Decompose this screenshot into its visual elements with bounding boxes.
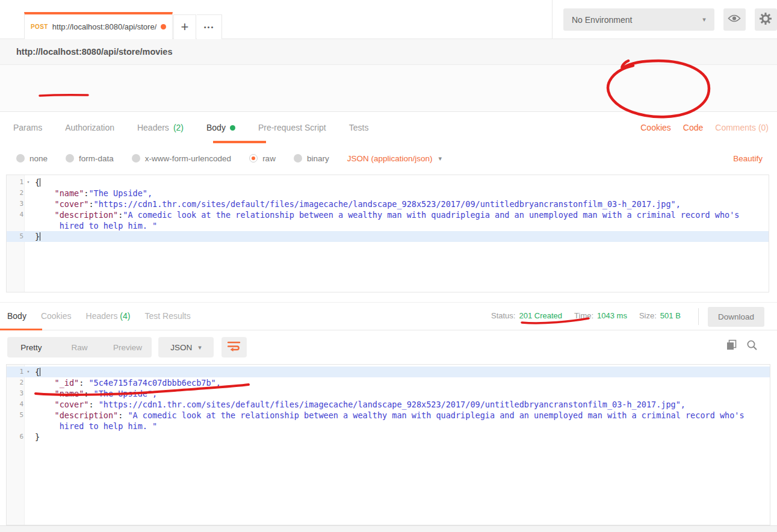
chevron-down-icon: ▾ bbox=[702, 16, 706, 23]
new-tab-button[interactable]: + bbox=[173, 14, 196, 39]
response-tabs: Body Cookies Headers (4) Test Results bbox=[7, 303, 191, 329]
view-pretty[interactable]: Pretty bbox=[7, 343, 55, 352]
gear-icon bbox=[759, 12, 772, 28]
chevron-down-icon: ▾ bbox=[198, 344, 202, 351]
comments-link[interactable]: Comments (0) bbox=[715, 123, 769, 132]
tab-headers-label: Headers bbox=[137, 123, 169, 132]
download-button[interactable]: Download bbox=[708, 307, 764, 327]
tab-tests[interactable]: Tests bbox=[349, 123, 369, 132]
headers-count-badge: (2) bbox=[173, 123, 184, 132]
code-line-4: 4 "description":"A comedic look at the r… bbox=[7, 209, 769, 220]
response-meta-row: Body Cookies Headers (4) Test Results St… bbox=[0, 302, 777, 330]
environment-panel: No Environment ▾ bbox=[552, 0, 777, 39]
time-value: 1043 ms bbox=[597, 311, 627, 320]
request-links: Cookies Code Comments (0) bbox=[640, 112, 769, 143]
mode-raw-label: raw bbox=[262, 154, 276, 163]
radio-raw-icon[interactable] bbox=[249, 154, 258, 162]
response-view-switch: Pretty Raw Preview bbox=[7, 337, 152, 357]
wrap-text-icon bbox=[228, 341, 241, 354]
body-mode-row: none form-data x-www-form-urlencoded raw… bbox=[0, 143, 777, 173]
code-line-4: 4 "cover": "https://cdn1.thr.com/sites/d… bbox=[7, 399, 770, 410]
code-line-1: 1▾{ bbox=[7, 367, 770, 377]
code-line-5: 5 "description": "A comedic look at the … bbox=[7, 410, 770, 421]
radio-urlencoded-icon[interactable] bbox=[132, 154, 140, 162]
code-line-3: 3 "cover":"https://cdn1.thr.com/sites/de… bbox=[7, 199, 769, 209]
beautify-link[interactable]: Beautify bbox=[733, 154, 763, 163]
tab-method-label: POST bbox=[31, 23, 48, 30]
tab-headers[interactable]: Headers (2) bbox=[137, 123, 184, 132]
response-format-label: JSON bbox=[170, 343, 192, 352]
view-preview[interactable]: Preview bbox=[104, 343, 152, 352]
code-line-6: 6} bbox=[7, 431, 770, 442]
radio-none-icon[interactable] bbox=[16, 154, 25, 162]
settings-button[interactable] bbox=[755, 8, 777, 31]
mode-binary[interactable]: binary bbox=[294, 154, 329, 163]
code-line-5-wrap: hired to help him. " bbox=[7, 421, 770, 431]
environment-select[interactable]: No Environment ▾ bbox=[563, 8, 714, 31]
code-line-3: 3 "name": "The Upside", bbox=[7, 388, 770, 399]
mode-none[interactable]: none bbox=[16, 154, 48, 163]
code-line-2: 2 "_id": "5c4e715fa74c07dbbb6ecb7b", bbox=[7, 377, 770, 388]
horizontal-scrollbar[interactable] bbox=[0, 525, 777, 532]
search-icon bbox=[746, 342, 758, 353]
radio-form-data-icon[interactable] bbox=[66, 154, 74, 162]
mode-binary-label: binary bbox=[307, 154, 329, 163]
divider bbox=[698, 308, 699, 325]
request-body-editor[interactable]: 1▾{2 "name":"The Upside",3 "cover":"http… bbox=[6, 175, 769, 292]
mode-urlencoded-label: x-www-form-urlencoded bbox=[145, 154, 231, 163]
wrap-text-button[interactable] bbox=[221, 337, 247, 357]
request-title: http://localhost:8080/api/store/movies bbox=[16, 47, 172, 57]
chevron-down-icon: ▾ bbox=[438, 155, 442, 162]
search-response-button[interactable] bbox=[746, 339, 758, 353]
url-builder-row: POST ▾ http://localhost:8080/api/store/m… bbox=[0, 65, 777, 112]
request-title-row: http://localhost:8080/api/store/movies bbox=[0, 39, 777, 65]
tab-authorization[interactable]: Authorization bbox=[65, 123, 114, 132]
tab-prerequest-script[interactable]: Pre-request Script bbox=[258, 123, 326, 132]
request-tab[interactable]: POST http://localhost:8080/api/store/ bbox=[24, 12, 173, 39]
resp-headers-label: Headers bbox=[86, 311, 118, 321]
time-label: Time: bbox=[574, 311, 593, 320]
tab-params[interactable]: Params bbox=[13, 123, 42, 132]
code-line-2: 2 "name":"The Upside", bbox=[7, 188, 769, 199]
tab-options-button[interactable]: ••• bbox=[197, 14, 222, 39]
mode-none-label: none bbox=[29, 154, 48, 163]
environment-quicklook-button[interactable] bbox=[723, 8, 746, 31]
size-value: 501 B bbox=[660, 311, 681, 320]
environment-label: No Environment bbox=[572, 15, 632, 25]
status-value: 201 Created bbox=[519, 311, 562, 320]
resp-tab-cookies[interactable]: Cookies bbox=[41, 311, 72, 321]
resp-tab-headers[interactable]: Headers (4) bbox=[86, 311, 131, 321]
code-link[interactable]: Code bbox=[683, 123, 703, 132]
tab-body[interactable]: Body bbox=[206, 123, 235, 132]
status-label: Status: bbox=[491, 311, 515, 320]
request-tabs: Params Authorization Headers (2) Body Pr… bbox=[0, 112, 777, 143]
resp-headers-count-badge: (4) bbox=[120, 311, 130, 321]
response-body-editor[interactable]: 1▾{2 "_id": "5c4e715fa74c07dbbb6ecb7b",3… bbox=[6, 364, 770, 525]
cookies-link[interactable]: Cookies bbox=[640, 123, 671, 132]
body-filled-dot-icon bbox=[230, 125, 235, 131]
resp-tab-body[interactable]: Body bbox=[7, 311, 26, 321]
tab-body-label: Body bbox=[206, 123, 226, 132]
resp-tab-test-results[interactable]: Test Results bbox=[144, 311, 190, 321]
response-status-bar: Status: 201 Created Time: 1043 ms Size: … bbox=[491, 303, 681, 329]
mode-form-data-label: form-data bbox=[79, 154, 114, 163]
postman-app: POST http://localhost:8080/api/store/ + … bbox=[0, 0, 777, 532]
unsaved-dot-icon bbox=[161, 24, 166, 29]
code-line-4-wrap: hired to help him. " bbox=[7, 220, 769, 231]
radio-binary-icon[interactable] bbox=[294, 154, 302, 162]
response-format-select[interactable]: JSON ▾ bbox=[158, 337, 214, 357]
code-line-5: 5} bbox=[7, 231, 769, 242]
response-toolbar: Pretty Raw Preview JSON ▾ bbox=[0, 330, 777, 364]
tab-strip: POST http://localhost:8080/api/store/ + … bbox=[0, 0, 777, 39]
code-line-1: 1▾{ bbox=[7, 177, 769, 188]
copy-response-button[interactable] bbox=[726, 339, 737, 353]
view-raw[interactable]: Raw bbox=[55, 343, 104, 352]
content-type-select[interactable]: JSON (application/json) ▾ bbox=[347, 154, 442, 163]
tab-url-label: http://localhost:8080/api/store/ bbox=[52, 22, 156, 31]
mode-form-data[interactable]: form-data bbox=[66, 154, 114, 163]
content-type-label: JSON (application/json) bbox=[347, 154, 433, 163]
copy-icon bbox=[726, 342, 737, 353]
size-label: Size: bbox=[639, 311, 657, 320]
mode-urlencoded[interactable]: x-www-form-urlencoded bbox=[132, 154, 231, 163]
mode-raw[interactable]: raw bbox=[249, 154, 276, 163]
